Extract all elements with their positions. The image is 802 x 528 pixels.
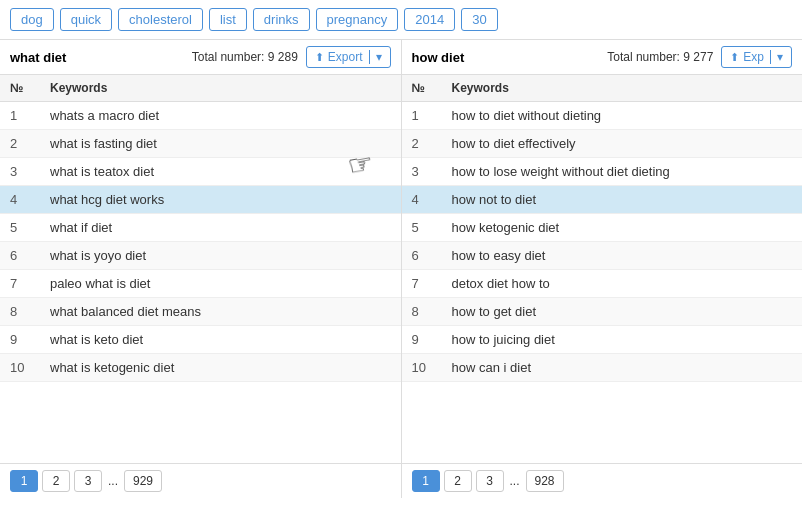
panel-title-what-diet: what diet (10, 50, 66, 65)
export-icon: ⬆ (730, 51, 739, 64)
export-button-what-diet[interactable]: ⬆Export▾ (306, 46, 391, 68)
row-keyword: how can i diet (442, 354, 803, 382)
table-container-what-diet: №Keywords1whats a macro diet2what is fas… (0, 75, 401, 463)
row-keyword: how to diet without dieting (442, 102, 803, 130)
row-number: 9 (0, 326, 40, 354)
table-row: 6how to easy diet (402, 242, 803, 270)
table-row: 7detox diet how to (402, 270, 803, 298)
page-button-929[interactable]: 929 (124, 470, 162, 492)
table-row: 2what is fasting diet (0, 130, 401, 158)
page-button-3[interactable]: 3 (74, 470, 102, 492)
export-dropdown-arrow[interactable]: ▾ (770, 50, 783, 64)
col-header-num: № (0, 75, 40, 102)
row-keyword: whats a macro diet (40, 102, 401, 130)
page-button-3[interactable]: 3 (476, 470, 504, 492)
row-keyword: how to get diet (442, 298, 803, 326)
col-header-keywords: Keywords (40, 75, 401, 102)
row-keyword: what hcg diet works (40, 186, 401, 214)
row-number: 4 (402, 186, 442, 214)
keywords-table-how-diet: №Keywords1how to diet without dieting2ho… (402, 75, 803, 382)
page-button-928[interactable]: 928 (526, 470, 564, 492)
row-number: 6 (0, 242, 40, 270)
row-number: 1 (0, 102, 40, 130)
row-keyword: how to juicing diet (442, 326, 803, 354)
panel-how-diet: how dietTotal number: 9 277⬆Exp▾№Keyword… (402, 40, 803, 498)
row-number: 7 (0, 270, 40, 298)
row-number: 1 (402, 102, 442, 130)
table-row: 4what hcg diet works (0, 186, 401, 214)
table-row: 5how ketogenic diet (402, 214, 803, 242)
row-number: 2 (402, 130, 442, 158)
row-keyword: how to lose weight without diet dieting (442, 158, 803, 186)
table-row: 1how to diet without dieting (402, 102, 803, 130)
col-header-num: № (402, 75, 442, 102)
row-keyword: what is keto diet (40, 326, 401, 354)
page-button-2[interactable]: 2 (42, 470, 70, 492)
row-number: 3 (0, 158, 40, 186)
row-keyword: what is fasting diet (40, 130, 401, 158)
panel-header-how-diet: how dietTotal number: 9 277⬆Exp▾ (402, 40, 803, 75)
row-keyword: how ketogenic diet (442, 214, 803, 242)
table-row: 4how not to diet (402, 186, 803, 214)
pagination-what-diet: 123...929 (0, 463, 401, 498)
row-number: 10 (0, 354, 40, 382)
table-row: 8what balanced diet means (0, 298, 401, 326)
table-row: 10how can i diet (402, 354, 803, 382)
total-count-what-diet: Total number: 9 289 (192, 50, 298, 64)
panel-header-what-diet: what dietTotal number: 9 289⬆Export▾ (0, 40, 401, 75)
export-label: Exp (743, 50, 764, 64)
row-number: 7 (402, 270, 442, 298)
col-header-keywords: Keywords (442, 75, 803, 102)
export-label: Export (328, 50, 363, 64)
row-number: 9 (402, 326, 442, 354)
row-keyword: what is yoyo diet (40, 242, 401, 270)
table-row: 5what if diet (0, 214, 401, 242)
row-number: 4 (0, 186, 40, 214)
total-count-how-diet: Total number: 9 277 (607, 50, 713, 64)
row-number: 8 (0, 298, 40, 326)
table-row: 9what is keto diet (0, 326, 401, 354)
pagination-dots: ... (106, 474, 120, 488)
tag-pregnancy[interactable]: pregnancy (316, 8, 399, 31)
row-keyword: what is teatox diet (40, 158, 401, 186)
table-row: 3how to lose weight without diet dieting (402, 158, 803, 186)
content-area: what dietTotal number: 9 289⬆Export▾№Key… (0, 40, 802, 498)
tag-list[interactable]: list (209, 8, 247, 31)
page-button-1[interactable]: 1 (10, 470, 38, 492)
tag-cholesterol[interactable]: cholesterol (118, 8, 203, 31)
keywords-table-what-diet: №Keywords1whats a macro diet2what is fas… (0, 75, 401, 382)
row-keyword: how to diet effectively (442, 130, 803, 158)
tag-quick[interactable]: quick (60, 8, 112, 31)
row-number: 6 (402, 242, 442, 270)
page-button-1[interactable]: 1 (412, 470, 440, 492)
export-dropdown-arrow[interactable]: ▾ (369, 50, 382, 64)
table-row: 2how to diet effectively (402, 130, 803, 158)
table-row: 6what is yoyo diet (0, 242, 401, 270)
row-number: 8 (402, 298, 442, 326)
tag-dog[interactable]: dog (10, 8, 54, 31)
row-number: 10 (402, 354, 442, 382)
export-icon: ⬆ (315, 51, 324, 64)
table-row: 1whats a macro diet (0, 102, 401, 130)
tag-30[interactable]: 30 (461, 8, 497, 31)
table-row: 8how to get diet (402, 298, 803, 326)
tag-2014[interactable]: 2014 (404, 8, 455, 31)
row-keyword: how not to diet (442, 186, 803, 214)
row-number: 2 (0, 130, 40, 158)
row-keyword: how to easy diet (442, 242, 803, 270)
row-number: 3 (402, 158, 442, 186)
panel-what-diet: what dietTotal number: 9 289⬆Export▾№Key… (0, 40, 402, 498)
export-button-how-diet[interactable]: ⬆Exp▾ (721, 46, 792, 68)
row-keyword: what if diet (40, 214, 401, 242)
pagination-dots: ... (508, 474, 522, 488)
tag-drinks[interactable]: drinks (253, 8, 310, 31)
row-keyword: paleo what is diet (40, 270, 401, 298)
row-keyword: what balanced diet means (40, 298, 401, 326)
pagination-how-diet: 123...928 (402, 463, 803, 498)
page-button-2[interactable]: 2 (444, 470, 472, 492)
table-container-how-diet: №Keywords1how to diet without dieting2ho… (402, 75, 803, 463)
row-number: 5 (402, 214, 442, 242)
table-row: 10what is ketogenic diet (0, 354, 401, 382)
table-row: 9how to juicing diet (402, 326, 803, 354)
table-row: 3what is teatox diet (0, 158, 401, 186)
